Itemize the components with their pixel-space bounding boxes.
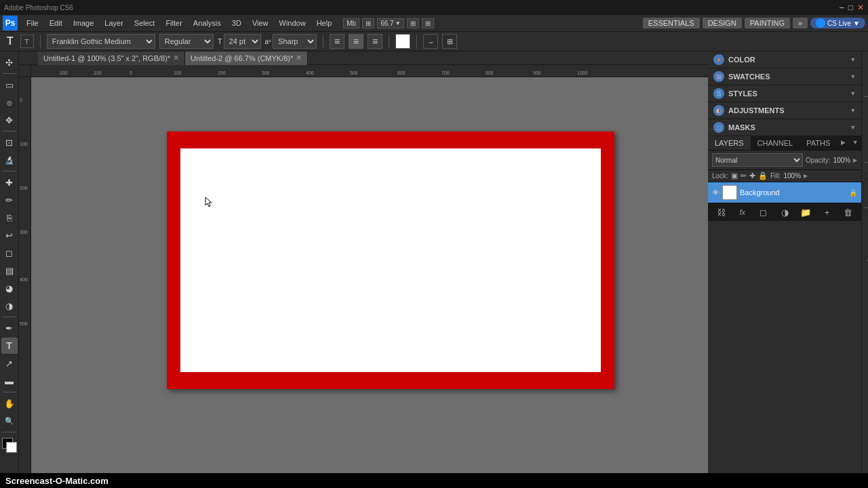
brush-tool[interactable]: ✏ [1, 192, 18, 208]
layers-icon-btn[interactable]: ≡ [862, 211, 868, 230]
layers-collapse-btn[interactable]: ▼ [849, 136, 861, 148]
arrange-btn[interactable]: ⊞ [422, 18, 434, 28]
eraser-tool[interactable]: ◻ [1, 245, 18, 261]
color-collapse-arrow[interactable]: ▼ [850, 56, 856, 63]
styles-icon-btn[interactable]: S [862, 140, 868, 159]
opacity-arrow[interactable]: ▶ [853, 157, 857, 163]
move-tool[interactable]: ✣ [1, 54, 18, 70]
layout-btn[interactable]: ⊞ [407, 18, 419, 28]
warp-btn[interactable]: ⌣ [423, 34, 438, 49]
quick-select-tool[interactable]: ✥ [1, 112, 18, 128]
antialias-select[interactable]: Sharp [273, 34, 317, 49]
hand-tool[interactable]: ✋ [1, 395, 18, 411]
eyedropper-tool[interactable]: 🔬 [1, 152, 18, 168]
close-btn[interactable]: ✕ [857, 3, 864, 12]
font-family-select[interactable]: Franklin Gothic Medium [47, 34, 155, 49]
add-adjustment-btn[interactable]: ◑ [776, 206, 794, 218]
menu-3d[interactable]: 3D [227, 18, 246, 28]
masks-icon-btn[interactable]: ◻ [862, 186, 868, 205]
lock-brush-btn[interactable]: ✏ [741, 171, 747, 180]
workspace-essentials[interactable]: ESSENTIALS [643, 18, 700, 28]
menu-help[interactable]: Help [312, 18, 337, 28]
fill-value[interactable]: 100% [783, 172, 801, 180]
path-select-tool[interactable]: ↗ [1, 355, 18, 371]
doc-tab-1[interactable]: Untitled-1 @ 100% (3.5" x 2", RGB/8)* ✕ [38, 52, 185, 65]
add-mask-btn[interactable]: ◻ [754, 206, 772, 218]
type-align-icon[interactable]: ⊤ [20, 35, 34, 48]
char-panel-btn[interactable]: ⊞ [442, 34, 457, 49]
menu-select[interactable]: Select [130, 18, 160, 28]
menu-filter[interactable]: Filter [161, 18, 186, 28]
menu-window[interactable]: Window [275, 18, 311, 28]
styles-panel-header[interactable]: STYLES ▼ [708, 85, 861, 102]
dodge-tool[interactable]: ◑ [1, 298, 18, 314]
color-icon-btn[interactable]: ● [862, 100, 868, 119]
brush-presets[interactable]: ⊞ [362, 18, 374, 28]
align-left-btn[interactable]: ≡ [330, 34, 344, 49]
workspace-design[interactable]: DESIGN [703, 18, 742, 28]
info-icon-btn[interactable]: ℹ [862, 75, 868, 94]
color-panel-header[interactable]: COLOR ▼ [708, 52, 861, 68]
blend-mode-select[interactable]: Normal [712, 153, 803, 167]
pen-tool[interactable]: ✒ [1, 320, 18, 336]
delete-layer-btn[interactable]: 🗑 [839, 206, 857, 218]
swatches-icon-btn[interactable]: ▦ [862, 120, 868, 139]
cs-live-btn[interactable]: CS Live ▼ [810, 18, 865, 28]
doc-tab-2-close[interactable]: ✕ [296, 54, 302, 62]
canvas-viewport[interactable] [31, 77, 708, 474]
align-center-btn[interactable]: ≡ [349, 34, 363, 49]
text-color-swatch[interactable] [395, 34, 410, 49]
window-controls[interactable]: – □ ✕ [840, 3, 864, 12]
lasso-tool[interactable]: ⌾ [1, 94, 18, 110]
masks-collapse-arrow[interactable]: ▼ [850, 124, 856, 131]
lock-move-btn[interactable]: ✚ [749, 171, 755, 180]
shape-tool[interactable]: ▬ [1, 373, 18, 389]
font-size-container[interactable]: T 24 pt [218, 34, 261, 49]
minimize-btn[interactable]: – [840, 3, 844, 12]
zoom-level[interactable]: 66.7▼ [377, 18, 403, 28]
background-color[interactable] [6, 442, 17, 453]
tab-layers[interactable]: LAYERS [708, 136, 751, 150]
adjustments-panel-header[interactable]: ADJUSTMENTS ▼ [708, 102, 861, 119]
menu-file[interactable]: File [22, 18, 43, 28]
align-right-btn[interactable]: ≡ [368, 34, 382, 49]
font-style-select[interactable]: Regular [159, 34, 214, 49]
adjustments-icon-btn[interactable]: ◐ [862, 165, 868, 184]
fx-btn[interactable]: fx [733, 206, 751, 218]
zoom-tool[interactable]: 🔍 [1, 413, 18, 429]
select-rect-tool[interactable]: ▭ [1, 77, 18, 93]
workspace-more[interactable]: » [793, 18, 808, 28]
layer-visibility-eye[interactable]: 👁 [712, 188, 719, 197]
layer-row-background[interactable]: 👁 Background 🔒 [708, 182, 861, 203]
font-size-select[interactable]: 24 pt [224, 34, 261, 49]
type-tool[interactable]: T [1, 338, 18, 354]
crop-tool[interactable]: ⊡ [1, 134, 18, 150]
layers-expand-btn[interactable]: ▶ [837, 136, 849, 148]
gradient-tool[interactable]: ▤ [1, 262, 18, 279]
history-tool[interactable]: ↩ [1, 227, 18, 243]
color-swatches[interactable] [2, 438, 17, 453]
healing-tool[interactable]: ✚ [1, 174, 18, 190]
new-layer-btn[interactable]: + [818, 206, 836, 218]
tab-channel[interactable]: CHANNEL [751, 136, 800, 150]
doc-tab-1-close[interactable]: ✕ [173, 54, 179, 62]
add-group-btn[interactable]: 📁 [797, 206, 815, 218]
maximize-btn[interactable]: □ [848, 3, 853, 12]
opacity-value[interactable]: 100% [833, 157, 851, 164]
channels-icon-btn[interactable]: ⊟ [862, 231, 868, 250]
adjustments-collapse-arrow[interactable]: ▼ [850, 107, 856, 114]
antialias-container[interactable]: aᵃ Sharp [265, 34, 317, 49]
workspace-painting[interactable]: PAINTING [745, 18, 790, 28]
menu-layer[interactable]: Layer [100, 18, 128, 28]
swatches-collapse-arrow[interactable]: ▼ [850, 73, 856, 80]
lock-pixel-btn[interactable]: ▣ [731, 171, 738, 180]
swatches-panel-header[interactable]: SWATCHES ▼ [708, 68, 861, 85]
masks-panel-header[interactable]: MASKS ▼ [708, 119, 861, 136]
mode-button[interactable]: Mb [343, 18, 359, 28]
menu-edit[interactable]: Edit [45, 18, 67, 28]
blur-tool[interactable]: ◕ [1, 280, 18, 296]
histogram-icon-btn[interactable]: ▦ [862, 54, 868, 73]
link-layers-btn[interactable]: ⛓ [712, 206, 730, 218]
fill-arrow[interactable]: ▶ [804, 173, 808, 179]
doc-tab-2[interactable]: Untitled-2 @ 66.7% (CMYK/8)* ✕ [185, 52, 308, 65]
